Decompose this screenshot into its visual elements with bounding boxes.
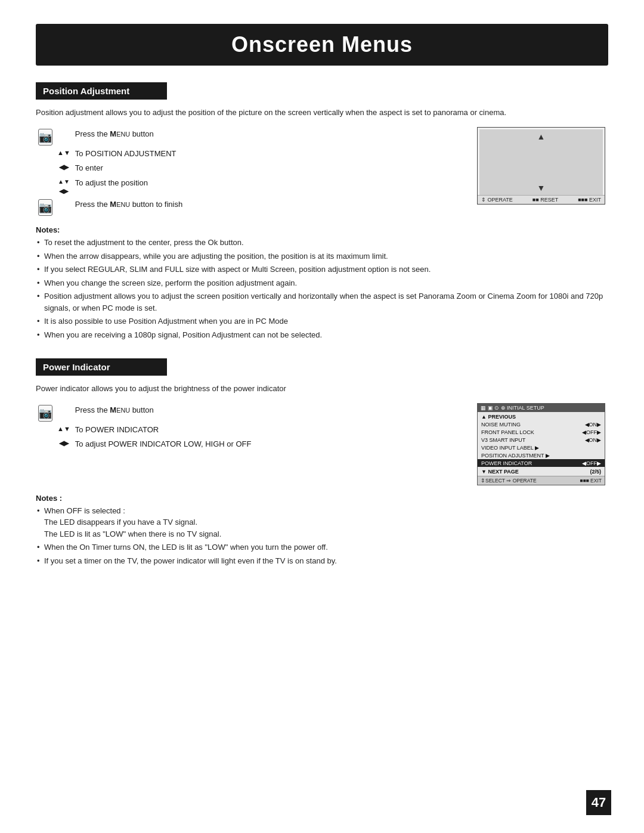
menu-row-position-adj: POSITION ADJUSTMENT ▶	[478, 451, 605, 459]
note-item: When you are receiving a 1080p signal, P…	[36, 329, 608, 341]
note-item: When the On Timer turns ON, the LED is l…	[36, 541, 608, 553]
step-icon: 📷	[36, 403, 55, 423]
step-text: Press the MENU button	[73, 127, 465, 147]
note-item: When the arrow disappears, while you are…	[36, 250, 608, 262]
power-notes-list: When OFF is selected : The LED disappear…	[36, 505, 608, 567]
step-icon	[36, 423, 55, 438]
power-indicator-intro: Power indicator allows you to adjust the…	[36, 383, 608, 395]
step-text: To adjust the position	[73, 176, 465, 197]
status-operate: ⇕ OPERATE	[481, 197, 513, 203]
step-row: ▲▼ ◀▶ To adjust the position	[36, 176, 465, 197]
screen-display: ▲ ▼ ⇕ OPERATE ■■ RESET ■■■ EXIT	[477, 127, 605, 205]
step-text: To POWER INDICATOR	[73, 423, 465, 438]
step-icon	[36, 147, 55, 162]
menu-row-previous: ▲ PREVIOUS	[478, 412, 605, 421]
position-steps-table: 📷 Press the MENU button ▲▼ To POSITION A…	[36, 127, 465, 218]
step-row: 📷 Press the MENU button	[36, 403, 465, 423]
power-notes: Notes : When OFF is selected : The LED d…	[36, 494, 608, 567]
remote-icon: 📷	[38, 129, 52, 145]
remote-icon-2: 📷	[38, 199, 52, 216]
section-header-position: Position Adjustment	[36, 82, 167, 100]
note-item: If you set a timer on the TV, the power …	[36, 555, 608, 567]
section-power-indicator: Power Indicator Power indicator allows y…	[36, 358, 608, 566]
menu-row-next: ▼ NEXT PAGE (2/5)	[478, 467, 605, 476]
page-container: Onscreen Menus Position Adjustment Posit…	[0, 0, 644, 833]
arrow-up: ▲	[537, 132, 546, 141]
step-arrow: ◀▶	[55, 161, 73, 176]
step-text: Press the MENU button	[73, 403, 465, 423]
section-position-adjustment: Position Adjustment Position adjustment …	[36, 82, 608, 340]
step-arrow: ▲▼	[55, 147, 73, 162]
step-icon: 📷	[36, 127, 55, 147]
step-text: To adjust POWER INDICATOR LOW, HIGH or O…	[73, 437, 465, 452]
notes-list: To reset the adjustment to the center, p…	[36, 237, 608, 340]
power-screen-mock: ▦ ▣ ⊙ ⊕ INITIAL SETUP ▲ PREVIOUS NOISE M…	[477, 403, 608, 485]
power-steps-left: 📷 Press the MENU button ▲▼ To POWER INDI…	[36, 403, 465, 485]
position-notes: Notes: To reset the adjustment to the ce…	[36, 225, 608, 340]
page-number: 47	[586, 790, 611, 815]
menu-screen-header: ▦ ▣ ⊙ ⊕ INITIAL SETUP	[478, 404, 605, 412]
step-arrow: ◀▶	[55, 437, 73, 452]
status-exit: ■■■ EXIT	[578, 197, 601, 203]
power-steps-table: 📷 Press the MENU button ▲▼ To POWER INDI…	[36, 403, 465, 453]
page-title-bar: Onscreen Menus	[36, 24, 608, 66]
step-icon: 📷	[36, 197, 55, 217]
note-item: When OFF is selected : The LED disappear…	[36, 505, 608, 540]
status-reset: ■■ RESET	[532, 197, 558, 203]
menu-screen-footer: ⇕SELECT ⇒ OPERATE ■■■ EXIT	[478, 476, 605, 485]
page-title: Onscreen Menus	[48, 32, 596, 57]
step-text: To POSITION ADJUSTMENT	[73, 147, 465, 162]
remote-icon-3: 📷	[38, 405, 52, 422]
menu-row-v3-smart: V3 SMART INPUT ◀ON▶	[478, 436, 605, 444]
menu-row-power-indicator: POWER INDICATOR ◀OFF▶	[478, 459, 605, 467]
step-arrow	[55, 403, 73, 423]
step-row: ◀▶ To enter	[36, 161, 465, 176]
step-arrow: ▲▼	[55, 423, 73, 438]
menu-row-video-input: VIDEO INPUT LABEL ▶	[478, 444, 605, 451]
menu-row-front-panel: FRONT PANEL LOCK ◀OFF▶	[478, 428, 605, 436]
position-steps-left: 📷 Press the MENU button ▲▼ To POSITION A…	[36, 127, 465, 218]
step-row: ◀▶ To adjust POWER INDICATOR LOW, HIGH o…	[36, 437, 465, 452]
note-item: It is also possible to use Position Adju…	[36, 315, 608, 327]
step-arrow	[55, 127, 73, 147]
note-item: To reset the adjustment to the center, p…	[36, 237, 608, 249]
step-text: Press the MENU button to finish	[73, 197, 465, 217]
step-arrow	[55, 197, 73, 217]
arrow-down: ▼	[537, 183, 546, 193]
step-row: 📷 Press the MENU button	[36, 127, 465, 147]
step-icon	[36, 437, 55, 452]
note-item: Position adjustment allows you to adjust…	[36, 290, 608, 314]
position-instruction-block: 📷 Press the MENU button ▲▼ To POSITION A…	[36, 127, 608, 218]
power-instruction-block: 📷 Press the MENU button ▲▼ To POWER INDI…	[36, 403, 608, 485]
menu-row-noise-muting: NOISE MUTING ◀ON▶	[478, 420, 605, 428]
screen-inner: ▲ ▼	[479, 129, 603, 195]
position-screen-mock: ▲ ▼ ⇕ OPERATE ■■ RESET ■■■ EXIT	[477, 127, 608, 218]
step-icon	[36, 176, 55, 197]
screen-statusbar: ⇕ OPERATE ■■ RESET ■■■ EXIT	[478, 195, 605, 204]
note-item: When you change the screen size, perform…	[36, 277, 608, 289]
position-adjustment-intro: Position adjustment allows you to adjust…	[36, 107, 608, 119]
step-icon	[36, 161, 55, 176]
menu-screen-display: ▦ ▣ ⊙ ⊕ INITIAL SETUP ▲ PREVIOUS NOISE M…	[477, 403, 605, 485]
power-notes-title: Notes :	[36, 494, 608, 503]
step-row: ▲▼ To POSITION ADJUSTMENT	[36, 147, 465, 162]
section-header-power: Power Indicator	[36, 358, 167, 376]
notes-title: Notes:	[36, 225, 608, 234]
step-arrow: ▲▼ ◀▶	[55, 176, 73, 197]
step-row: 📷 Press the MENU button to finish	[36, 197, 465, 217]
step-row: ▲▼ To POWER INDICATOR	[36, 423, 465, 438]
step-text: To enter	[73, 161, 465, 176]
note-item: If you select REGULAR, SLIM and FULL siz…	[36, 264, 608, 275]
